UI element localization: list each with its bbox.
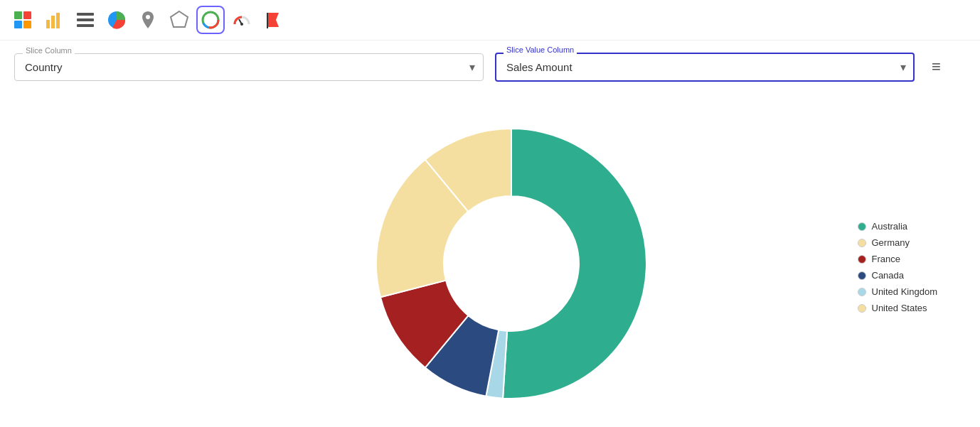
donut-chart-icon[interactable] xyxy=(196,6,225,34)
legend-label: France xyxy=(872,254,900,264)
legend-label: United States xyxy=(872,303,927,313)
legend-dot xyxy=(858,239,866,247)
slice-column-label: Slice Column xyxy=(23,46,75,55)
menu-icon[interactable]: ≡ xyxy=(926,52,947,82)
legend-item: Germany xyxy=(858,237,938,248)
chart-legend: AustraliaGermanyFranceCanadaUnited Kingd… xyxy=(858,221,938,313)
legend-dot xyxy=(858,304,866,313)
svg-rect-0 xyxy=(14,11,22,19)
svg-rect-3 xyxy=(23,21,31,28)
legend-item: Canada xyxy=(858,270,938,281)
svg-rect-1 xyxy=(23,11,31,19)
chart-area: AustraliaGermanyFranceCanadaUnited Kingd… xyxy=(0,93,980,427)
svg-rect-5 xyxy=(51,16,55,28)
svg-rect-4 xyxy=(46,20,50,28)
list-icon[interactable] xyxy=(71,6,100,34)
svg-point-11 xyxy=(146,15,150,19)
controls-row: Slice Column Country ▾ Slice Value Colum… xyxy=(0,40,980,93)
legend-item: United Kingdom xyxy=(858,286,938,297)
svg-rect-6 xyxy=(56,13,60,28)
legend-item: France xyxy=(858,254,938,264)
svg-rect-2 xyxy=(14,21,22,28)
svg-rect-9 xyxy=(77,24,94,27)
polygon-icon[interactable] xyxy=(165,6,193,34)
pie-icon[interactable] xyxy=(102,6,131,34)
legend-dot xyxy=(858,288,866,296)
legend-label: United Kingdom xyxy=(872,286,938,297)
table-icon[interactable] xyxy=(9,6,37,34)
legend-dot xyxy=(858,271,866,280)
toolbar xyxy=(0,0,980,40)
legend-label: Germany xyxy=(872,237,910,248)
svg-rect-8 xyxy=(77,18,94,21)
slice-value-wrapper: Slice Value Column Sales Amount ▾ xyxy=(495,53,915,82)
svg-point-16 xyxy=(206,16,215,24)
svg-line-18 xyxy=(239,19,242,24)
legend-dot xyxy=(858,255,866,264)
bar-chart-icon[interactable] xyxy=(40,6,68,34)
map-pin-icon[interactable] xyxy=(134,6,162,34)
svg-marker-12 xyxy=(171,11,188,27)
slice-value-select[interactable]: Sales Amount xyxy=(495,53,915,82)
svg-point-19 xyxy=(444,196,579,331)
svg-rect-7 xyxy=(77,13,94,16)
slice-column-wrapper: Slice Column Country ▾ xyxy=(14,53,484,81)
legend-label: Australia xyxy=(872,221,908,232)
slice-value-label: Slice Value Column xyxy=(504,45,577,54)
donut-chart xyxy=(362,114,661,413)
legend-label: Canada xyxy=(872,270,905,281)
legend-item: Australia xyxy=(858,221,938,232)
legend-dot xyxy=(858,222,866,231)
flag-icon[interactable] xyxy=(259,6,287,34)
gauge-icon[interactable] xyxy=(228,6,256,34)
legend-item: United States xyxy=(858,303,938,313)
slice-column-select[interactable]: Country xyxy=(14,53,484,81)
